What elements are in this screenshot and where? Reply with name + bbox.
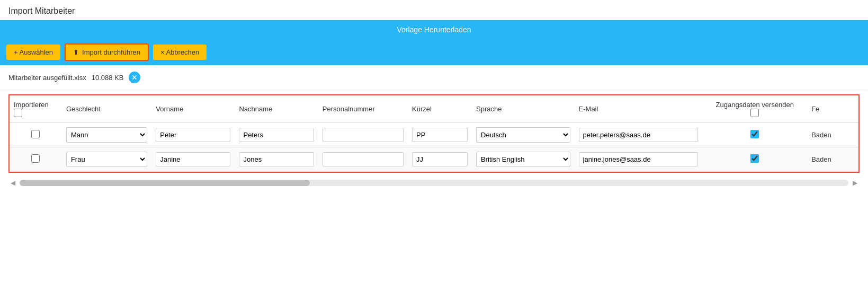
row-0-sprache-select[interactable]: DeutschBritish EnglishEnglishFrançais xyxy=(476,127,570,143)
scroll-thumb xyxy=(20,180,310,186)
table-row: MannFrauDiversDeutschBritish EnglishEngl… xyxy=(10,123,858,147)
remove-file-button[interactable]: ✕ xyxy=(129,72,140,83)
header-fe: Fe xyxy=(807,95,858,123)
row-1-kuerzel-input[interactable] xyxy=(412,152,468,166)
row-1-vorname-input[interactable] xyxy=(156,152,230,166)
row-1-zugangsdaten-checkbox[interactable] xyxy=(750,154,759,163)
row-0-zugangsdaten-checkbox[interactable] xyxy=(750,130,759,138)
row-1-sprache-select[interactable]: DeutschBritish EnglishEnglishFrançais xyxy=(476,152,570,167)
row-0-kuerzel-input[interactable] xyxy=(412,128,468,142)
row-1-importieren-cell xyxy=(10,147,62,172)
row-0-vorname-input[interactable] xyxy=(156,128,230,142)
row-0-importieren-cell xyxy=(10,123,62,147)
toolbar: + Auswählen ⬆ Import durchführen × Abbre… xyxy=(0,39,868,65)
import-table-container: Importieren Geschlecht Vorname Nachname … xyxy=(8,94,860,173)
row-1-personalnummer-cell xyxy=(318,147,408,172)
import-label: Import durchführen xyxy=(82,48,140,56)
row-1-nachname-input[interactable] xyxy=(239,152,314,166)
file-section: Mitarbeiter ausgefüllt.xlsx 10.088 KB ✕ xyxy=(0,65,868,90)
row-0-zugangsdaten-cell xyxy=(702,123,807,147)
import-table: Importieren Geschlecht Vorname Nachname … xyxy=(10,95,858,172)
row-0-kuerzel-cell xyxy=(408,123,472,147)
row-0-email-cell xyxy=(575,123,703,147)
row-1-personalnummer-input[interactable] xyxy=(323,152,404,166)
file-size: 10.088 KB xyxy=(92,74,124,82)
row-0-email-input[interactable] xyxy=(579,128,699,142)
vorlage-herunterladen-bar[interactable]: Vorlage Herunterladen xyxy=(0,20,868,39)
row-1-geschlecht-cell: MannFrauDivers xyxy=(62,147,151,172)
header-sprache: Sprache xyxy=(472,95,575,123)
header-personalnummer: Personalnummer xyxy=(318,95,408,123)
header-kuerzel: Kürzel xyxy=(408,95,472,123)
scroll-left-arrow[interactable]: ◀ xyxy=(8,179,17,187)
row-0-geschlecht-cell: MannFrauDivers xyxy=(62,123,151,147)
row-0-importieren-checkbox[interactable] xyxy=(31,130,40,138)
import-button[interactable]: ⬆ Import durchführen xyxy=(65,43,149,61)
row-0-nachname-cell xyxy=(235,123,318,147)
row-0-fe-cell: Baden xyxy=(807,123,858,147)
header-nachname: Nachname xyxy=(235,95,318,123)
row-0-personalnummer-cell xyxy=(318,123,408,147)
header-vorname: Vorname xyxy=(151,95,235,123)
row-0-sprache-cell: DeutschBritish EnglishEnglishFrançais xyxy=(472,123,575,147)
row-1-email-cell xyxy=(575,147,703,172)
horizontal-scrollbar: ◀ ▶ xyxy=(0,177,868,189)
abbrechen-button[interactable]: × Abbrechen xyxy=(153,45,207,60)
row-0-personalnummer-input[interactable] xyxy=(323,128,404,142)
header-zugangsdaten: Zugangsdaten versenden xyxy=(702,95,807,123)
header-importieren: Importieren xyxy=(10,95,62,123)
row-1-vorname-cell xyxy=(151,147,235,172)
page-title: Import Mitarbeiter xyxy=(0,0,868,20)
row-0-vorname-cell xyxy=(151,123,235,147)
row-1-kuerzel-cell xyxy=(408,147,472,172)
row-1-fe-cell: Baden xyxy=(807,147,858,172)
header-importieren-checkbox[interactable] xyxy=(14,109,22,117)
row-1-sprache-cell: DeutschBritish EnglishEnglishFrançais xyxy=(472,147,575,172)
row-0-geschlecht-select[interactable]: MannFrauDivers xyxy=(66,127,147,143)
header-geschlecht: Geschlecht xyxy=(62,95,151,123)
file-name: Mitarbeiter ausgefüllt.xlsx xyxy=(8,74,86,82)
header-email: E-Mail xyxy=(575,95,703,123)
row-1-importieren-checkbox[interactable] xyxy=(31,154,40,163)
row-1-nachname-cell xyxy=(235,147,318,172)
upload-icon: ⬆ xyxy=(73,48,79,56)
header-zugangsdaten-checkbox[interactable] xyxy=(750,109,759,117)
row-1-geschlecht-select[interactable]: MannFrauDivers xyxy=(66,152,147,167)
scroll-track[interactable] xyxy=(20,180,848,186)
row-1-zugangsdaten-cell xyxy=(702,147,807,172)
row-0-nachname-input[interactable] xyxy=(239,128,314,142)
scroll-right-arrow[interactable]: ▶ xyxy=(851,179,860,187)
auswahlen-button[interactable]: + Auswählen xyxy=(6,45,60,60)
table-row: MannFrauDiversDeutschBritish EnglishEngl… xyxy=(10,147,858,172)
row-1-email-input[interactable] xyxy=(579,152,699,166)
